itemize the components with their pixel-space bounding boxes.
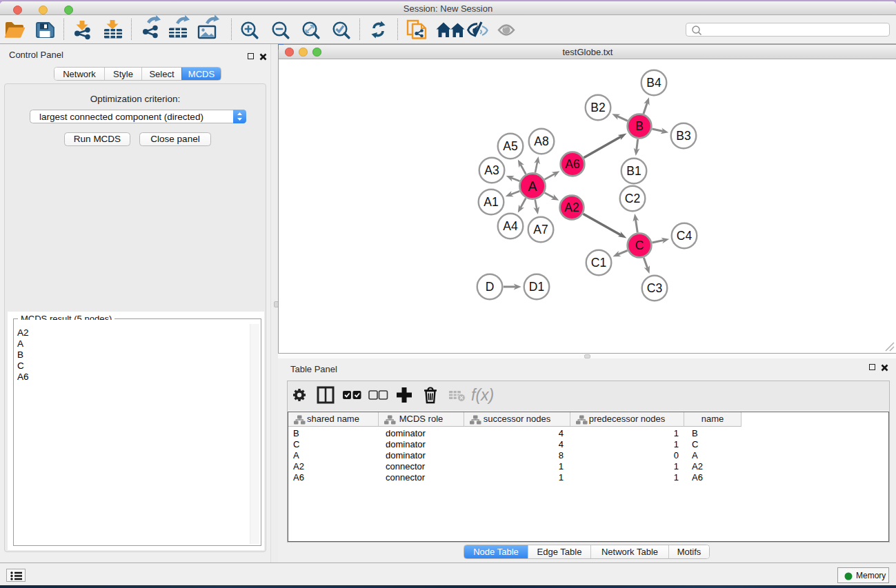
svg-text:A3: A3 bbox=[484, 163, 499, 177]
svg-text:C1: C1 bbox=[591, 256, 606, 270]
svg-text:D: D bbox=[486, 280, 495, 294]
svg-text:A1: A1 bbox=[484, 195, 498, 209]
svg-text:A7: A7 bbox=[533, 223, 548, 236]
svg-text:C3: C3 bbox=[647, 281, 662, 295]
svg-text:A: A bbox=[528, 179, 537, 194]
svg-text:B2: B2 bbox=[590, 101, 605, 114]
svg-text:B1: B1 bbox=[626, 164, 641, 178]
svg-text:A8: A8 bbox=[534, 134, 548, 148]
svg-text:f(x): f(x) bbox=[471, 386, 494, 404]
svg-text:C2: C2 bbox=[625, 192, 640, 205]
svg-text:A2: A2 bbox=[564, 201, 579, 214]
svg-text:D1: D1 bbox=[529, 280, 544, 294]
svg-text:A5: A5 bbox=[503, 139, 517, 153]
svg-text:B4: B4 bbox=[646, 76, 661, 90]
svg-text:C: C bbox=[635, 239, 644, 252]
svg-text:B3: B3 bbox=[676, 129, 690, 143]
svg-text:A4: A4 bbox=[503, 219, 518, 233]
svg-text:C4: C4 bbox=[677, 229, 693, 243]
svg-text:A6: A6 bbox=[565, 157, 579, 171]
svg-text:B: B bbox=[635, 119, 644, 133]
